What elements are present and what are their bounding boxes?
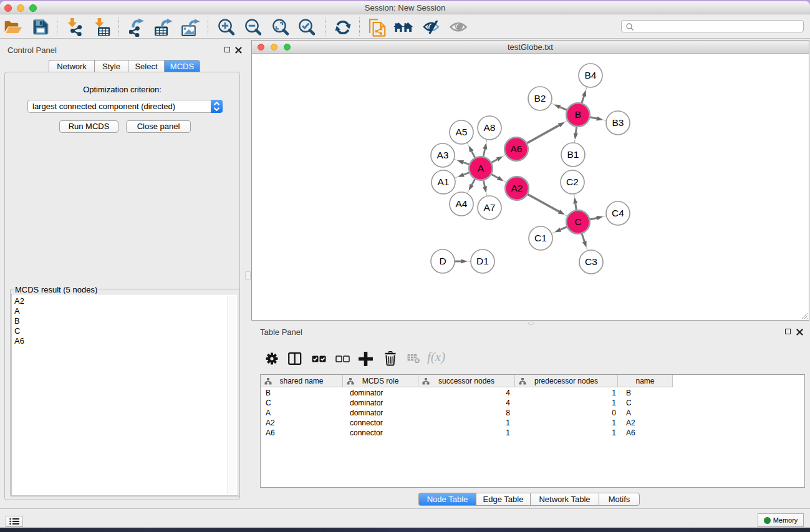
svg-text:A4: A4 — [456, 198, 468, 209]
svg-text:D1: D1 — [476, 256, 489, 266]
svg-text:C1: C1 — [534, 233, 547, 243]
svg-text:C3: C3 — [585, 256, 597, 267]
svg-text:D: D — [439, 256, 446, 266]
svg-text:B: B — [575, 109, 581, 120]
svg-text:A6: A6 — [511, 143, 523, 154]
svg-text:B4: B4 — [585, 70, 597, 80]
svg-text:A7: A7 — [484, 202, 496, 213]
svg-text:C: C — [574, 216, 581, 227]
svg-text:A: A — [478, 163, 485, 173]
svg-text:B1: B1 — [567, 149, 579, 160]
svg-text:A1: A1 — [438, 177, 450, 187]
svg-text:A5: A5 — [456, 127, 468, 137]
svg-text:A2: A2 — [511, 183, 523, 193]
svg-text:B2: B2 — [534, 93, 546, 104]
svg-text:B3: B3 — [612, 117, 624, 128]
svg-text:A3: A3 — [437, 150, 449, 160]
svg-text:C2: C2 — [566, 177, 579, 187]
svg-text:C4: C4 — [612, 208, 624, 218]
svg-text:A8: A8 — [484, 122, 496, 133]
